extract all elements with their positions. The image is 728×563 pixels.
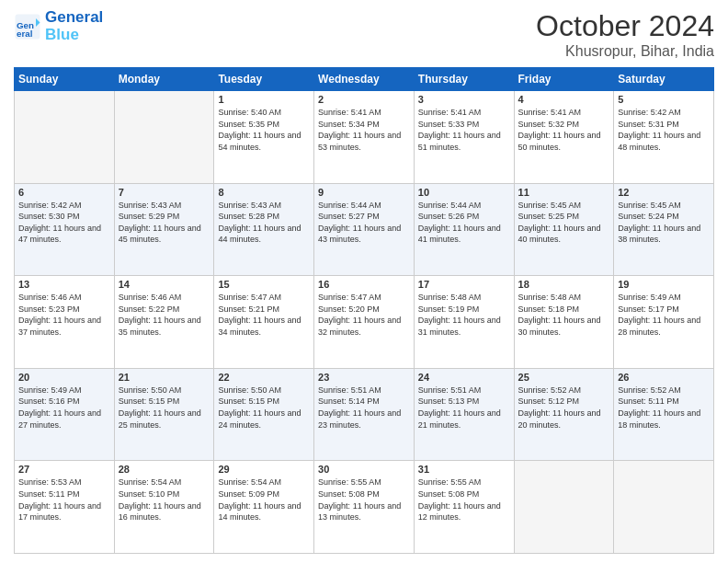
cell-info: Sunrise: 5:51 AMSunset: 5:13 PMDaylight:… (418, 385, 510, 431)
cell-info: Sunrise: 5:44 AMSunset: 5:26 PMDaylight:… (418, 200, 510, 246)
calendar-cell: 9Sunrise: 5:44 AMSunset: 5:27 PMDaylight… (314, 183, 415, 276)
calendar-cell: 11Sunrise: 5:45 AMSunset: 5:25 PMDayligh… (514, 183, 614, 276)
day-number: 26 (618, 372, 710, 383)
cell-info: Sunrise: 5:55 AMSunset: 5:08 PMDaylight:… (418, 477, 510, 523)
logo-text: General Blue (45, 9, 103, 43)
day-number: 8 (218, 187, 310, 198)
cell-info: Sunrise: 5:53 AMSunset: 5:11 PMDaylight:… (18, 477, 110, 523)
calendar-table: SundayMondayTuesdayWednesdayThursdayFrid… (14, 67, 714, 554)
weekday-header-monday: Monday (114, 68, 214, 91)
logo-general: General (45, 8, 103, 26)
calendar-cell: 27Sunrise: 5:53 AMSunset: 5:11 PMDayligh… (15, 461, 115, 554)
day-number: 20 (18, 372, 110, 383)
calendar-body: 1Sunrise: 5:40 AMSunset: 5:35 PMDaylight… (15, 91, 714, 554)
calendar-cell: 17Sunrise: 5:48 AMSunset: 5:19 PMDayligh… (414, 276, 514, 369)
calendar-week-3: 13Sunrise: 5:46 AMSunset: 5:23 PMDayligh… (15, 276, 714, 369)
calendar-cell (15, 91, 115, 184)
calendar-cell: 29Sunrise: 5:54 AMSunset: 5:09 PMDayligh… (214, 461, 314, 554)
calendar-week-4: 20Sunrise: 5:49 AMSunset: 5:16 PMDayligh… (15, 368, 714, 461)
calendar-cell: 10Sunrise: 5:44 AMSunset: 5:26 PMDayligh… (414, 183, 514, 276)
day-number: 5 (618, 94, 710, 105)
weekday-header-thursday: Thursday (414, 68, 514, 91)
cell-info: Sunrise: 5:41 AMSunset: 5:34 PMDaylight:… (318, 107, 410, 153)
day-number: 9 (318, 187, 410, 198)
month-title: October 2024 (536, 9, 714, 43)
svg-text:eral: eral (17, 28, 33, 38)
cell-info: Sunrise: 5:55 AMSunset: 5:08 PMDaylight:… (318, 477, 410, 523)
calendar-week-2: 6Sunrise: 5:42 AMSunset: 5:30 PMDaylight… (15, 183, 714, 276)
title-block: October 2024 Khusropur, Bihar, India (536, 9, 714, 60)
day-number: 22 (218, 372, 310, 383)
cell-info: Sunrise: 5:45 AMSunset: 5:24 PMDaylight:… (618, 200, 710, 246)
calendar-cell (114, 91, 214, 184)
weekday-header-wednesday: Wednesday (314, 68, 415, 91)
logo-blue: Blue (45, 27, 103, 44)
calendar-cell: 16Sunrise: 5:47 AMSunset: 5:20 PMDayligh… (314, 276, 415, 369)
cell-info: Sunrise: 5:52 AMSunset: 5:12 PMDaylight:… (518, 385, 610, 431)
day-number: 14 (119, 279, 210, 290)
location-title: Khusropur, Bihar, India (536, 43, 714, 60)
day-number: 24 (418, 372, 510, 383)
weekday-header-tuesday: Tuesday (214, 68, 314, 91)
cell-info: Sunrise: 5:49 AMSunset: 5:17 PMDaylight:… (618, 292, 710, 338)
day-number: 4 (518, 94, 610, 105)
day-number: 15 (218, 279, 310, 290)
cell-info: Sunrise: 5:47 AMSunset: 5:21 PMDaylight:… (218, 292, 310, 338)
cell-info: Sunrise: 5:49 AMSunset: 5:16 PMDaylight:… (18, 385, 110, 431)
calendar-cell: 6Sunrise: 5:42 AMSunset: 5:30 PMDaylight… (15, 183, 115, 276)
day-number: 31 (418, 464, 510, 475)
cell-info: Sunrise: 5:42 AMSunset: 5:30 PMDaylight:… (18, 200, 110, 246)
calendar-week-1: 1Sunrise: 5:40 AMSunset: 5:35 PMDaylight… (15, 91, 714, 184)
day-number: 30 (318, 464, 410, 475)
calendar-cell: 28Sunrise: 5:54 AMSunset: 5:10 PMDayligh… (114, 461, 214, 554)
day-number: 6 (18, 187, 110, 198)
calendar-cell: 21Sunrise: 5:50 AMSunset: 5:15 PMDayligh… (114, 368, 214, 461)
calendar-cell: 8Sunrise: 5:43 AMSunset: 5:28 PMDaylight… (214, 183, 314, 276)
calendar-cell: 20Sunrise: 5:49 AMSunset: 5:16 PMDayligh… (15, 368, 115, 461)
day-number: 29 (218, 464, 310, 475)
day-number: 7 (119, 187, 210, 198)
calendar-cell: 22Sunrise: 5:50 AMSunset: 5:15 PMDayligh… (214, 368, 314, 461)
calendar-cell: 25Sunrise: 5:52 AMSunset: 5:12 PMDayligh… (514, 368, 614, 461)
calendar-cell: 23Sunrise: 5:51 AMSunset: 5:14 PMDayligh… (314, 368, 415, 461)
cell-info: Sunrise: 5:50 AMSunset: 5:15 PMDaylight:… (119, 385, 210, 431)
day-number: 19 (618, 279, 710, 290)
day-number: 13 (18, 279, 110, 290)
calendar-cell (614, 461, 714, 554)
day-number: 11 (518, 187, 610, 198)
day-number: 3 (418, 94, 510, 105)
cell-info: Sunrise: 5:54 AMSunset: 5:10 PMDaylight:… (119, 477, 210, 523)
calendar-cell: 2Sunrise: 5:41 AMSunset: 5:34 PMDaylight… (314, 91, 415, 184)
weekday-header-sunday: Sunday (15, 68, 115, 91)
calendar-cell: 4Sunrise: 5:41 AMSunset: 5:32 PMDaylight… (514, 91, 614, 184)
calendar-cell: 30Sunrise: 5:55 AMSunset: 5:08 PMDayligh… (314, 461, 415, 554)
calendar-cell: 12Sunrise: 5:45 AMSunset: 5:24 PMDayligh… (614, 183, 714, 276)
cell-info: Sunrise: 5:51 AMSunset: 5:14 PMDaylight:… (318, 385, 410, 431)
cell-info: Sunrise: 5:40 AMSunset: 5:35 PMDaylight:… (218, 107, 310, 153)
weekday-header-friday: Friday (514, 68, 614, 91)
cell-info: Sunrise: 5:52 AMSunset: 5:11 PMDaylight:… (618, 385, 710, 431)
day-number: 17 (418, 279, 510, 290)
cell-info: Sunrise: 5:48 AMSunset: 5:18 PMDaylight:… (518, 292, 610, 338)
header: Gen eral General Blue October 2024 Khusr… (14, 9, 714, 60)
calendar-cell: 26Sunrise: 5:52 AMSunset: 5:11 PMDayligh… (614, 368, 714, 461)
day-number: 18 (518, 279, 610, 290)
cell-info: Sunrise: 5:44 AMSunset: 5:27 PMDaylight:… (318, 200, 410, 246)
calendar-cell: 1Sunrise: 5:40 AMSunset: 5:35 PMDaylight… (214, 91, 314, 184)
day-number: 28 (119, 464, 210, 475)
calendar-page: Gen eral General Blue October 2024 Khusr… (0, 0, 728, 563)
cell-info: Sunrise: 5:47 AMSunset: 5:20 PMDaylight:… (318, 292, 410, 338)
day-number: 2 (318, 94, 410, 105)
cell-info: Sunrise: 5:43 AMSunset: 5:29 PMDaylight:… (119, 200, 210, 246)
day-number: 1 (218, 94, 310, 105)
day-number: 16 (318, 279, 410, 290)
cell-info: Sunrise: 5:45 AMSunset: 5:25 PMDaylight:… (518, 200, 610, 246)
day-number: 10 (418, 187, 510, 198)
cell-info: Sunrise: 5:41 AMSunset: 5:32 PMDaylight:… (518, 107, 610, 153)
cell-info: Sunrise: 5:54 AMSunset: 5:09 PMDaylight:… (218, 477, 310, 523)
calendar-cell: 13Sunrise: 5:46 AMSunset: 5:23 PMDayligh… (15, 276, 115, 369)
calendar-cell: 24Sunrise: 5:51 AMSunset: 5:13 PMDayligh… (414, 368, 514, 461)
cell-info: Sunrise: 5:46 AMSunset: 5:22 PMDaylight:… (119, 292, 210, 338)
weekday-header-saturday: Saturday (614, 68, 714, 91)
calendar-cell: 18Sunrise: 5:48 AMSunset: 5:18 PMDayligh… (514, 276, 614, 369)
